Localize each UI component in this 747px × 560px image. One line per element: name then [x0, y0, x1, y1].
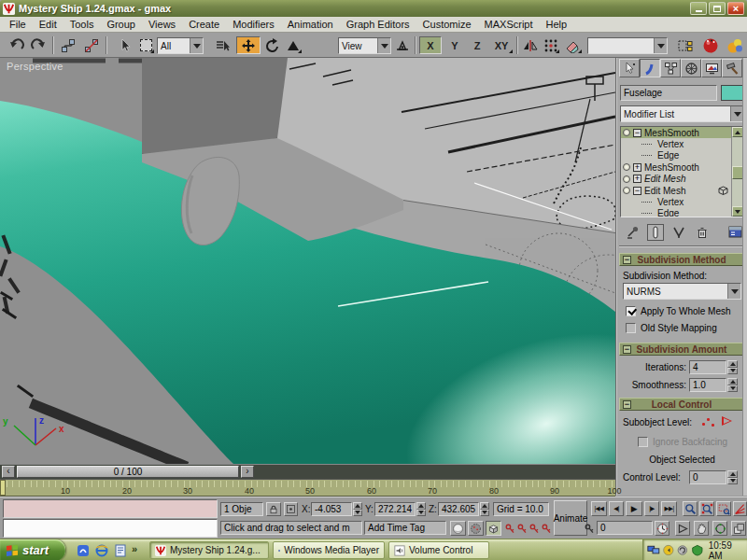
modifier-list-dropdown[interactable]: Modifier List [620, 105, 744, 122]
taskbar-task-gmax[interactable]: Mystery Ship 1.24.g... [149, 541, 269, 559]
tab-modify[interactable] [640, 59, 660, 77]
stack-row-edge[interactable]: Edge [621, 150, 743, 161]
subobject-label[interactable]: Vertex [657, 197, 684, 207]
tab-display[interactable] [701, 59, 722, 77]
select-and-rotate-button[interactable] [263, 36, 282, 54]
stack-row-editmesh-1[interactable]: + Edit Mesh [621, 174, 743, 185]
spinner-down-button[interactable] [480, 510, 489, 517]
zoom-region-button[interactable] [716, 501, 731, 516]
viewport-scene[interactable]: z x y [0, 58, 615, 464]
lightbulb-icon[interactable] [623, 187, 630, 194]
menu-tools[interactable]: Tools [63, 18, 101, 31]
absolute-offset-toggle[interactable] [284, 502, 298, 516]
menu-graph-editors[interactable]: Graph Editors [340, 18, 416, 31]
add-time-tag-field[interactable]: Add Time Tag [364, 521, 446, 535]
frame-back-button[interactable]: ‹ [2, 466, 15, 478]
undo-button[interactable] [7, 36, 26, 54]
make-unique-button[interactable] [670, 224, 687, 241]
ignore-backfacing-checkbox[interactable] [638, 437, 648, 447]
zoom-extents-button[interactable] [699, 501, 714, 516]
restrict-x-button[interactable]: X [419, 36, 442, 54]
smoothness-field[interactable]: 1.0 [689, 378, 726, 392]
lightbulb-icon[interactable] [623, 163, 630, 171]
show-end-result-button[interactable] [647, 224, 664, 241]
spinner-down-button[interactable] [727, 368, 738, 375]
reference-coordinate-system-dropdown[interactable]: View [338, 37, 391, 54]
menu-edit[interactable]: Edit [33, 18, 63, 31]
expand-icon[interactable]: + [633, 175, 641, 183]
restrict-z-button[interactable]: Z [467, 36, 487, 54]
set-key-icon[interactable] [585, 523, 595, 536]
stack-row-meshsmooth-2[interactable]: + MeshSmooth [621, 161, 743, 173]
field-of-view-button[interactable] [733, 501, 747, 516]
tab-create[interactable] [619, 59, 640, 77]
tab-utilities[interactable] [722, 59, 742, 77]
play-animation-button[interactable]: ▶ [626, 501, 642, 516]
min-max-toggle-button[interactable] [731, 521, 746, 536]
rollout-collapse-icon[interactable]: − [623, 256, 631, 264]
start-button[interactable]: start [0, 539, 65, 560]
modifier-label[interactable]: Edit Mesh [644, 186, 685, 196]
apply-whole-mesh-checkbox[interactable] [626, 306, 636, 316]
spinner-down-button[interactable] [353, 510, 362, 517]
frame-zero-marker[interactable] [0, 480, 6, 496]
restrict-xy-plane-button[interactable]: XY [489, 36, 514, 54]
restrict-y-button[interactable]: Y [444, 36, 465, 54]
dropdown-arrow-button[interactable] [730, 106, 743, 121]
pin-stack-button[interactable] [624, 224, 641, 241]
selection-filter-dropdown[interactable]: All [157, 37, 204, 54]
spinner-up-button[interactable] [480, 502, 489, 510]
z-spinner[interactable] [480, 502, 489, 516]
quick-launch-more-button[interactable]: » [132, 543, 137, 554]
menu-views[interactable]: Views [142, 18, 182, 31]
iterations-spinner[interactable] [727, 360, 738, 374]
macro-recorder-pane[interactable] [3, 499, 218, 518]
y-spinner[interactable] [416, 502, 426, 516]
spinner-up-button[interactable] [727, 360, 738, 368]
iterations-field[interactable]: 4 [689, 360, 726, 374]
z-coordinate-field[interactable]: 432.605 [438, 502, 479, 516]
taskbar-task-wmp[interactable]: Windows Media Player [273, 541, 385, 559]
old-style-mapping-checkbox[interactable] [626, 323, 636, 333]
stack-row-vertex-2[interactable]: Vertex [621, 196, 743, 207]
y-coordinate-field[interactable]: 272.214 [374, 502, 416, 516]
key-filter-icon[interactable] [529, 523, 540, 536]
material-editor-button[interactable] [700, 36, 721, 54]
stack-row-edge-2[interactable]: Edge [621, 208, 743, 217]
current-frame-field[interactable]: 0 [597, 521, 653, 535]
modifier-label[interactable]: MeshSmooth [644, 128, 699, 138]
menu-maxscript[interactable]: MAXScript [478, 18, 540, 31]
named-selection-sets-dropdown[interactable] [587, 37, 668, 54]
select-object-button[interactable] [116, 36, 134, 54]
quick-launch-document-icon[interactable] [112, 542, 128, 558]
truck-camera-button[interactable] [675, 521, 690, 536]
control-level-field[interactable]: 0 [689, 470, 726, 484]
object-color-swatch[interactable] [721, 85, 744, 101]
taskbar-clock[interactable]: 10:59 AM [709, 540, 747, 560]
redo-button[interactable] [29, 36, 48, 54]
menu-create[interactable]: Create [182, 18, 226, 31]
lightbulb-icon[interactable] [623, 175, 630, 183]
close-button[interactable]: × [727, 2, 744, 15]
degradation-override-button[interactable] [450, 521, 466, 536]
array-button[interactable] [542, 36, 560, 54]
rectangular-selection-region-button[interactable] [136, 36, 155, 54]
tray-update-icon[interactable] [676, 544, 689, 556]
minimize-button[interactable] [690, 2, 707, 15]
frame-forward-button[interactable]: › [241, 466, 254, 478]
menu-animation[interactable]: Animation [281, 18, 340, 31]
menu-customize[interactable]: Customize [416, 18, 478, 31]
quick-launch-messenger-icon[interactable] [75, 542, 91, 558]
taskbar-task-volume[interactable]: Volume Control [388, 541, 489, 559]
collapse-icon[interactable]: − [633, 129, 641, 137]
render-button[interactable] [725, 36, 745, 54]
configure-modifier-sets-button[interactable] [726, 224, 743, 241]
lightbulb-icon[interactable] [623, 129, 630, 136]
use-center-flyout-button[interactable] [393, 36, 412, 54]
collapse-icon[interactable]: − [633, 187, 641, 195]
time-configuration-button[interactable] [655, 521, 669, 536]
title-bar[interactable]: Mystery Ship 1.24.gmax - gmax × [0, 0, 747, 17]
go-to-end-button[interactable]: ▶▶| [661, 501, 677, 516]
key-filter-icon[interactable] [517, 523, 528, 536]
rollout-subdivision-method-header[interactable]: − Subdivision Method [619, 253, 744, 266]
